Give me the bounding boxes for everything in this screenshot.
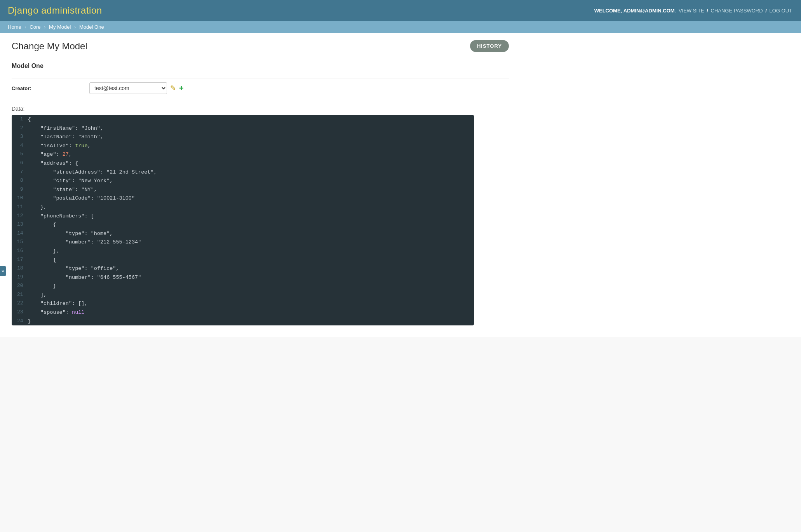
line-number: 22 <box>12 299 28 308</box>
line-content: "lastName": "Smith", <box>28 132 474 141</box>
code-line: 10 "postalCode": "10021-3100" <box>12 194 474 203</box>
line-number: 3 <box>12 132 28 141</box>
code-line: 9 "state": "NY", <box>12 185 474 194</box>
code-line: 4 "isAlive": true, <box>12 141 474 150</box>
header-tools: WELCOME, ADMIN@ADMIN.COM. VIEW SITE / CH… <box>594 8 793 14</box>
line-content: "number": "646 555-4567" <box>28 273 474 282</box>
line-number: 24 <box>12 317 28 326</box>
change-password-link[interactable]: CHANGE PASSWORD <box>711 8 763 14</box>
code-line: 19 "number": "646 555-4567" <box>12 273 474 282</box>
breadcrumb-current: Model One <box>79 24 104 30</box>
line-number: 10 <box>12 194 28 203</box>
data-section: Data: 1{2 "firstName": "John",3 "lastNam… <box>12 106 509 325</box>
user-email: ADMIN@ADMIN.COM <box>623 8 675 14</box>
line-content: } <box>28 317 474 326</box>
code-line: 6 "address": { <box>12 159 474 168</box>
line-number: 17 <box>12 256 28 264</box>
line-content: { <box>28 220 474 229</box>
code-line: 11 }, <box>12 203 474 212</box>
code-line: 23 "spouse": null <box>12 308 474 317</box>
line-content: "postalCode": "10021-3100" <box>28 194 474 203</box>
line-content: "type": "office", <box>28 264 474 273</box>
line-number: 19 <box>12 273 28 282</box>
line-content: } <box>28 282 474 290</box>
line-content: "number": "212 555-1234" <box>28 238 474 247</box>
code-line: 5 "age": 27, <box>12 150 474 159</box>
page-title: Change My Model <box>12 41 509 52</box>
sidebar-toggle[interactable]: » <box>0 266 6 276</box>
line-content: "firstName": "John", <box>28 124 474 133</box>
line-number: 21 <box>12 290 28 299</box>
breadcrumb-sep-1: › <box>24 24 26 30</box>
line-number: 14 <box>12 229 28 238</box>
nav-separator-1: / <box>707 8 708 14</box>
line-number: 12 <box>12 212 28 221</box>
code-line: 22 "children": [], <box>12 299 474 308</box>
history-btn-container: HISTORY <box>470 40 509 52</box>
line-number: 11 <box>12 203 28 212</box>
code-line: 1{ <box>12 115 474 124</box>
code-line: 2 "firstName": "John", <box>12 124 474 133</box>
content-area: Change My Model HISTORY Model One Creato… <box>0 33 521 337</box>
line-number: 2 <box>12 124 28 133</box>
breadcrumb-sep-3: › <box>74 24 76 30</box>
code-lines: 1{2 "firstName": "John",3 "lastName": "S… <box>12 115 474 325</box>
code-line: 3 "lastName": "Smith", <box>12 132 474 141</box>
code-line: 12 "phoneNumbers": [ <box>12 212 474 221</box>
log-out-link[interactable]: LOG OUT <box>769 8 792 14</box>
edit-creator-icon[interactable]: ✎ <box>170 84 176 92</box>
line-content: "type": "home", <box>28 229 474 238</box>
creator-field-wrapper: test@test.com ✎ + <box>89 82 184 94</box>
line-number: 16 <box>12 247 28 256</box>
line-content: "state": "NY", <box>28 185 474 194</box>
breadcrumb-bar: Home › Core › My Model › Model One <box>0 21 801 33</box>
line-content: "children": [], <box>28 299 474 308</box>
line-number: 9 <box>12 185 28 194</box>
add-creator-icon[interactable]: + <box>179 84 184 93</box>
code-editor[interactable]: 1{2 "firstName": "John",3 "lastName": "S… <box>12 115 474 325</box>
line-number: 6 <box>12 159 28 168</box>
code-line: 18 "type": "office", <box>12 264 474 273</box>
welcome-prefix: WELCOME, <box>594 8 622 14</box>
line-number: 20 <box>12 282 28 290</box>
history-button[interactable]: HISTORY <box>470 40 509 52</box>
creator-select[interactable]: test@test.com <box>89 82 167 94</box>
creator-row: Creator: test@test.com ✎ + <box>12 78 509 98</box>
line-number: 7 <box>12 168 28 177</box>
line-content: { <box>28 256 474 264</box>
breadcrumb-sep-2: › <box>44 24 45 30</box>
code-line: 20 } <box>12 282 474 290</box>
line-content: }, <box>28 247 474 256</box>
code-line: 16 }, <box>12 247 474 256</box>
code-line: 15 "number": "212 555-1234" <box>12 238 474 247</box>
line-content: "city": "New York", <box>28 176 474 185</box>
line-content: ], <box>28 290 474 299</box>
line-content: "isAlive": true, <box>28 141 474 150</box>
view-site-link[interactable]: VIEW SITE <box>679 8 704 14</box>
line-content: "spouse": null <box>28 308 474 317</box>
line-number: 13 <box>12 220 28 229</box>
code-line: 14 "type": "home", <box>12 229 474 238</box>
line-content: "age": 27, <box>28 150 474 159</box>
code-line: 13 { <box>12 220 474 229</box>
breadcrumb-home[interactable]: Home <box>8 24 21 30</box>
line-number: 18 <box>12 264 28 273</box>
code-line: 21 ], <box>12 290 474 299</box>
line-number: 5 <box>12 150 28 159</box>
data-label: Data: <box>12 106 509 112</box>
line-content: "streetAddress": "21 2nd Street", <box>28 168 474 177</box>
nav-separator-2: / <box>765 8 767 14</box>
code-line: 7 "streetAddress": "21 2nd Street", <box>12 168 474 177</box>
code-line: 17 { <box>12 256 474 264</box>
site-title: Django administration <box>8 5 102 16</box>
site-header: Django administration WELCOME, ADMIN@ADM… <box>0 0 801 21</box>
breadcrumb-mymodel[interactable]: My Model <box>49 24 71 30</box>
breadcrumb-core[interactable]: Core <box>30 24 40 30</box>
line-content: }, <box>28 203 474 212</box>
line-number: 23 <box>12 308 28 317</box>
line-number: 1 <box>12 115 28 124</box>
creator-label: Creator: <box>12 85 89 91</box>
content-wrapper: Change My Model HISTORY Model One Creato… <box>0 33 801 337</box>
code-line: 8 "city": "New York", <box>12 176 474 185</box>
line-content: { <box>28 115 474 124</box>
